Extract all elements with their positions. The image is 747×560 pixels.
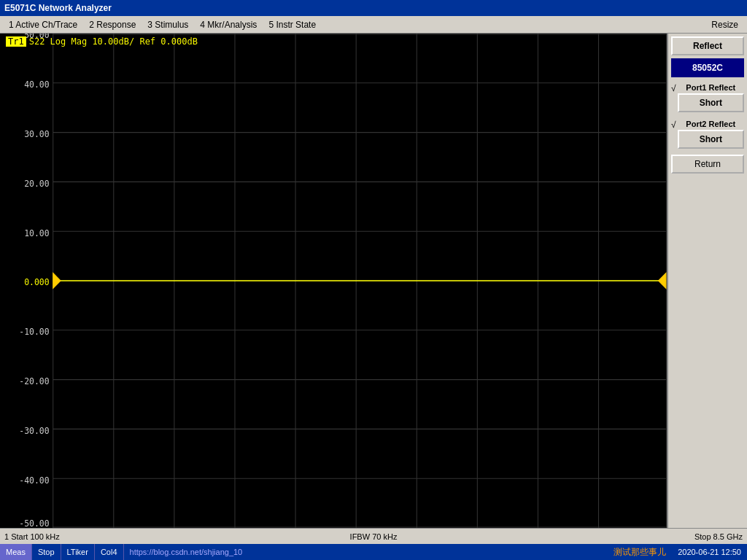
port2-checkmark: √ xyxy=(671,120,676,130)
status-start: 1 Start 100 kHz xyxy=(4,532,250,541)
reflect-button[interactable]: Reflect xyxy=(671,36,744,55)
app-title: E5071C Network Analyzer xyxy=(4,3,112,13)
menu-instr-state[interactable]: 5 Instr State xyxy=(263,18,322,31)
svg-text:-50.00: -50.00 xyxy=(19,518,49,528)
status-stop: Stop 8.5 GHz xyxy=(497,532,743,541)
menu-mkr-analysis[interactable]: 4 Mkr/Analysis xyxy=(194,18,263,31)
return-button[interactable]: Return xyxy=(671,155,744,174)
bottom-ltiker-button[interactable]: LTiker xyxy=(61,544,95,560)
svg-text:40.00: 40.00 xyxy=(24,79,49,90)
reflect-value: 85052C xyxy=(671,58,744,77)
datetime-display: 2020-06-21 12:50 xyxy=(672,548,747,556)
svg-text:30.00: 30.00 xyxy=(24,129,49,139)
port2-value-button[interactable]: Short xyxy=(678,130,744,149)
menu-bar: 1 Active Ch/Trace 2 Response 3 Stimulus … xyxy=(0,16,747,34)
chart-container: Tr1S22 Log Mag 10.00dB/ Ref 0.000dB xyxy=(0,34,667,528)
port2-reflect-row: √ Port2 Reflect Short xyxy=(671,118,744,149)
status-ifbw: IFBW 70 kHz xyxy=(250,532,496,541)
svg-text:0.000: 0.000 xyxy=(24,277,49,287)
main-content: Tr1S22 Log Mag 10.00dB/ Ref 0.000dB xyxy=(0,34,747,528)
menu-stimulus[interactable]: 3 Stimulus xyxy=(142,18,194,31)
chart-svg: 50.00 40.00 30.00 20.00 10.00 0.000 -10.… xyxy=(0,34,667,528)
status-bar: 1 Start 100 kHz IFBW 70 kHz Stop 8.5 GHz xyxy=(0,528,747,544)
resize-button[interactable]: Resize xyxy=(705,18,744,31)
svg-text:-10.00: -10.00 xyxy=(19,327,49,337)
svg-text:-40.00: -40.00 xyxy=(19,475,49,485)
port1-checkmark: √ xyxy=(671,83,676,93)
svg-text:20.00: 20.00 xyxy=(24,179,49,189)
port1-value-button[interactable]: Short xyxy=(678,93,744,112)
watermark-text: 测试那些事儿 xyxy=(608,546,672,559)
trace-info: S22 Log Mag 10.00dB/ Ref 0.000dB xyxy=(29,36,198,47)
menu-response[interactable]: 2 Response xyxy=(83,18,142,31)
port1-reflect-row: √ Port1 Reflect Short xyxy=(671,82,744,112)
svg-text:-30.00: -30.00 xyxy=(19,426,49,436)
bottom-meas-button[interactable]: Meas xyxy=(0,544,32,560)
trace-label: Tr1S22 Log Mag 10.00dB/ Ref 0.000dB xyxy=(6,36,198,47)
svg-text:-20.00: -20.00 xyxy=(19,376,49,386)
bottom-col4-button[interactable]: Col4 xyxy=(95,544,124,560)
bottom-stop-button[interactable]: Stop xyxy=(32,544,61,560)
bottom-bar: Meas Stop LTiker Col4 https://blog.csdn.… xyxy=(0,544,747,560)
trace-number: Tr1 xyxy=(6,36,26,47)
svg-text:10.00: 10.00 xyxy=(24,228,49,238)
port1-title: Port1 Reflect xyxy=(678,82,744,93)
right-panel: Reflect 85052C √ Port1 Reflect Short √ P… xyxy=(667,34,747,528)
port2-title: Port2 Reflect xyxy=(678,118,744,130)
bottom-url: https://blog.csdn.net/shjiang_10 xyxy=(124,548,608,556)
title-bar: E5071C Network Analyzer xyxy=(0,0,747,16)
menu-active-ch-trace[interactable]: 1 Active Ch/Trace xyxy=(3,18,83,31)
